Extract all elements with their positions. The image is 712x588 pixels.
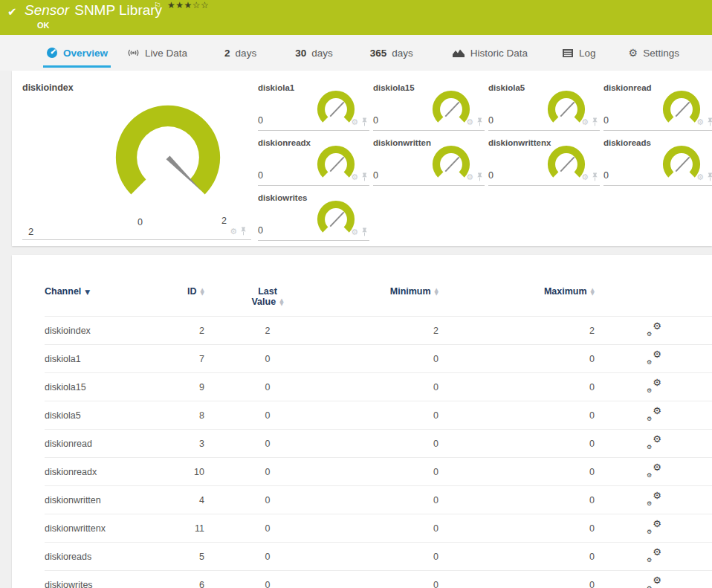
channel-name[interactable]: diskionread xyxy=(45,430,164,458)
gear-icon[interactable]: ⚙ xyxy=(581,118,589,126)
pin-icon[interactable] xyxy=(476,117,483,126)
table-row[interactable]: diskionread 3 0 0 0 ⚙⚙ xyxy=(45,430,712,458)
flag-icon[interactable]: ⚐ xyxy=(154,1,161,10)
channel-last-value: 0 xyxy=(204,458,331,486)
pin-icon[interactable] xyxy=(592,117,598,126)
table-row[interactable]: diskionreadx 10 0 0 0 ⚙⚙ xyxy=(45,458,712,486)
channel-name[interactable]: diskioreads xyxy=(45,543,164,571)
channel-settings-icon[interactable]: ⚙⚙ xyxy=(647,549,661,562)
column-header-channel[interactable]: Channel▼ xyxy=(45,286,164,317)
tab-historic-data[interactable]: Historic Data xyxy=(452,35,528,71)
gauge-tile-actions: ⚙ xyxy=(466,117,483,126)
channel-name[interactable]: diskionwritten xyxy=(45,486,164,514)
tab-label: days xyxy=(392,48,413,59)
channel-maximum: 2 xyxy=(438,317,595,345)
gauge-tile[interactable]: diskiola1 0 ⚙ xyxy=(258,80,369,131)
tab-label: Historic Data xyxy=(470,48,528,59)
channel-name[interactable]: diskiola1 xyxy=(45,345,164,373)
pin-icon[interactable] xyxy=(707,172,712,181)
channel-settings-icon[interactable]: ⚙⚙ xyxy=(647,351,661,364)
gauge-tile[interactable]: diskiowrites 0 ⚙ xyxy=(258,190,369,241)
tab-bar: Overview Live Data 2 days 30 days 365 da… xyxy=(0,35,712,71)
pin-icon[interactable] xyxy=(361,117,368,126)
gear-icon[interactable]: ⚙ xyxy=(466,118,473,126)
gauge-tile[interactable]: diskionreadx 0 ⚙ xyxy=(258,135,369,186)
column-header-maximum[interactable]: Maximum▲▼ xyxy=(438,286,595,317)
table-row[interactable]: diskiola15 9 0 0 0 ⚙⚙ xyxy=(45,373,712,401)
channel-name[interactable]: diskiowrites xyxy=(45,571,164,588)
channel-name[interactable]: diskionwrittenx xyxy=(45,514,164,543)
pin-icon[interactable] xyxy=(476,172,483,181)
tab-settings[interactable]: ⚙ Settings xyxy=(629,35,679,71)
table-row[interactable]: diskiowrites 6 0 0 0 ⚙⚙ xyxy=(45,571,712,588)
pin-icon[interactable] xyxy=(707,117,712,126)
channel-settings-icon[interactable]: ⚙⚙ xyxy=(647,464,661,477)
channel-minimum: 0 xyxy=(331,486,438,514)
gauge-value: 0 xyxy=(373,170,378,181)
gauge-tile[interactable]: diskioreads 0 ⚙ xyxy=(603,135,712,186)
table-row[interactable]: diskiola5 8 0 0 0 ⚙⚙ xyxy=(45,401,712,430)
gauge-value: 0 xyxy=(488,115,493,126)
gauge-tile-actions: ⚙ xyxy=(351,117,368,126)
tab-overview[interactable]: Overview xyxy=(46,35,108,71)
stars-empty-icon[interactable]: ☆☆ xyxy=(192,0,210,10)
tab-label: Overview xyxy=(63,48,108,59)
gauge-tile[interactable]: diskiola15 0 ⚙ xyxy=(373,80,485,131)
table-row[interactable]: diskiola1 7 0 0 0 ⚙⚙ xyxy=(45,345,712,373)
table-row[interactable]: diskioindex 2 2 2 2 ⚙⚙ xyxy=(45,317,712,345)
table-row[interactable]: diskionwritten 4 0 0 0 ⚙⚙ xyxy=(45,486,712,514)
sensor-name: SNMP Library xyxy=(74,2,162,18)
channel-name[interactable]: diskiola15 xyxy=(45,373,164,401)
channel-last-value: 0 xyxy=(204,486,331,514)
gear-icon[interactable]: ⚙ xyxy=(351,228,358,236)
channel-name[interactable]: diskioindex xyxy=(45,317,164,345)
channel-id: 6 xyxy=(164,571,204,588)
title-prefix: Sensor xyxy=(25,2,69,18)
gauge-tile[interactable]: diskiola5 0 ⚙ xyxy=(488,80,600,131)
channel-last-value: 0 xyxy=(204,430,331,458)
page-title: SensorSNMP Library xyxy=(25,2,162,19)
gear-icon[interactable]: ⚙ xyxy=(696,118,704,126)
channel-name[interactable]: diskionreadx xyxy=(45,458,164,486)
table-row[interactable]: diskioreads 5 0 0 0 ⚙⚙ xyxy=(45,543,712,571)
channel-settings-icon[interactable]: ⚙⚙ xyxy=(647,520,661,534)
channel-settings-icon[interactable]: ⚙⚙ xyxy=(647,379,661,392)
tab-log[interactable]: Log xyxy=(562,35,596,71)
tab-2-days[interactable]: 2 days xyxy=(224,35,256,71)
column-header-settings xyxy=(595,286,712,317)
sort-desc-icon: ▼ xyxy=(85,288,90,296)
stars-filled-icon[interactable]: ★★★ xyxy=(167,0,192,10)
gear-icon[interactable]: ⚙ xyxy=(230,227,237,236)
channel-settings-icon[interactable]: ⚙⚙ xyxy=(647,577,661,588)
channel-settings-icon[interactable]: ⚙⚙ xyxy=(647,323,661,336)
gauge-tile[interactable]: diskionwrittenx 0 ⚙ xyxy=(488,135,600,186)
gauge-value: 2 xyxy=(28,226,33,237)
channel-minimum: 0 xyxy=(331,345,438,373)
gear-icon[interactable]: ⚙ xyxy=(466,173,473,181)
tab-live-data[interactable]: Live Data xyxy=(127,35,187,71)
table-row[interactable]: diskionwrittenx 11 0 0 0 ⚙⚙ xyxy=(45,514,712,543)
channel-settings-icon[interactable]: ⚙⚙ xyxy=(647,436,661,449)
pin-icon[interactable] xyxy=(240,227,247,236)
pin-icon[interactable] xyxy=(361,227,368,236)
tab-label: days xyxy=(236,48,257,59)
column-header-minimum[interactable]: Minimum▲▼ xyxy=(331,286,438,317)
tab-365-days[interactable]: 365 days xyxy=(370,35,413,71)
gauge-tile[interactable]: diskionread 0 ⚙ xyxy=(603,80,712,131)
gauge-tile[interactable]: diskionwritten 0 ⚙ xyxy=(373,135,485,186)
channel-name[interactable]: diskiola5 xyxy=(45,401,164,430)
gauge-value: 0 xyxy=(488,170,493,181)
column-header-last-value[interactable]: LastValue▲▼ xyxy=(204,286,331,317)
priority-stars[interactable]: ★★★☆☆ xyxy=(167,0,209,10)
gear-icon[interactable]: ⚙ xyxy=(351,173,358,181)
gear-icon[interactable]: ⚙ xyxy=(351,118,358,126)
channel-settings-icon[interactable]: ⚙⚙ xyxy=(647,407,661,421)
gauge-tile-primary[interactable]: diskioindex 0 2 2 ⚙ xyxy=(22,80,251,240)
pin-icon[interactable] xyxy=(361,172,368,181)
gear-icon[interactable]: ⚙ xyxy=(581,173,589,181)
gear-icon[interactable]: ⚙ xyxy=(696,173,704,181)
pin-icon[interactable] xyxy=(592,172,598,181)
tab-30-days[interactable]: 30 days xyxy=(295,35,333,71)
column-header-id[interactable]: ID▲▼ xyxy=(164,286,204,317)
channel-settings-icon[interactable]: ⚙⚙ xyxy=(647,492,661,505)
